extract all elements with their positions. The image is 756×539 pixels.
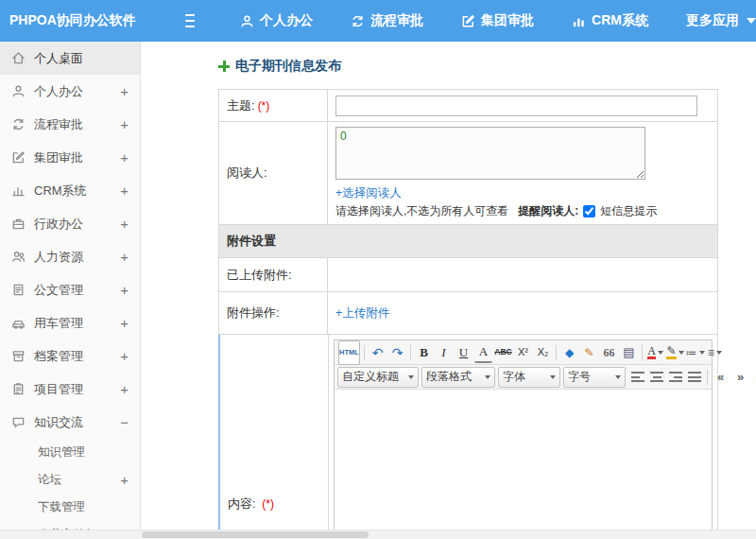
subscript-button[interactable]: X₂ bbox=[534, 343, 552, 362]
expand-indicator: + bbox=[120, 472, 129, 488]
align-left-button[interactable] bbox=[631, 372, 644, 382]
horizontal-scrollbar[interactable] bbox=[0, 530, 756, 539]
sidebar-item-archives[interactable]: 档案管理 + bbox=[0, 339, 140, 373]
custom-heading-select[interactable]: 自定义标题 bbox=[337, 367, 419, 388]
font-style-button[interactable]: A bbox=[474, 342, 492, 363]
sidebar-subitem-downloads[interactable]: 下载管理 bbox=[0, 494, 140, 521]
toolbar-separator bbox=[364, 345, 365, 360]
align-right-button[interactable] bbox=[669, 372, 682, 382]
paragraph-format-select[interactable]: 段落格式 bbox=[421, 367, 495, 388]
link-button[interactable]: ∞ bbox=[751, 368, 756, 387]
font-color-button[interactable]: A bbox=[646, 343, 664, 362]
attachment-ops-row: 附件操作: +上传附件 bbox=[219, 292, 717, 335]
sidebar-subitem-forum[interactable]: 论坛 + bbox=[0, 466, 140, 494]
indent-button[interactable]: » bbox=[731, 368, 749, 387]
select-label: 段落格式 bbox=[426, 369, 472, 385]
blockquote-button[interactable]: 66 bbox=[600, 343, 618, 362]
expand-indicator: + bbox=[120, 249, 129, 265]
nav-group-approval[interactable]: 集团审批 bbox=[461, 12, 534, 29]
nav-workflow-approval[interactable]: 流程审批 bbox=[351, 12, 423, 29]
required-mark: (*) bbox=[262, 497, 274, 511]
template-button[interactable]: ▤ bbox=[620, 343, 638, 362]
content-row: 内容: (*) HTML ↶ ↷ B I U A bbox=[218, 335, 717, 530]
select-readers-link[interactable]: +选择阅读人 bbox=[335, 185, 710, 201]
align-center-button[interactable] bbox=[650, 372, 663, 382]
chevron-down-icon bbox=[550, 375, 556, 379]
sms-remind-checkbox[interactable] bbox=[583, 205, 595, 217]
sidebar-item-documents[interactable]: 公文管理 + bbox=[0, 273, 140, 306]
sidebar-item-personal-office[interactable]: 个人办公 + bbox=[0, 75, 140, 108]
italic-button[interactable]: I bbox=[435, 343, 453, 362]
uploaded-attachments-row: 已上传附件: bbox=[219, 258, 717, 292]
horizontal-scrollbar-thumb[interactable] bbox=[142, 531, 369, 538]
clipboard-icon bbox=[11, 382, 26, 396]
font-family-select[interactable]: 字体 bbox=[498, 367, 560, 388]
sidebar-item-label: 项目管理 bbox=[34, 381, 120, 398]
app-logo[interactable]: PHPOA协同办公软件 bbox=[0, 12, 136, 29]
undo-button[interactable]: ↶ bbox=[369, 343, 387, 362]
bold-button[interactable]: B bbox=[415, 343, 433, 362]
sidebar-item-label: 个人办公 bbox=[34, 83, 120, 100]
strikethrough-button[interactable]: ABC bbox=[494, 343, 512, 362]
unordered-list-button[interactable]: ≡ bbox=[706, 343, 724, 362]
top-nav: 个人办公 流程审批 集团审批 CRM系统 更多应用 bbox=[240, 12, 756, 29]
unordered-list-icon: ≡ bbox=[708, 347, 714, 358]
expand-indicator: + bbox=[120, 83, 129, 99]
subject-input[interactable] bbox=[335, 96, 697, 116]
nav-personal-office[interactable]: 个人办公 bbox=[240, 12, 313, 29]
expand-indicator: + bbox=[120, 149, 129, 165]
sidebar-item-vehicle[interactable]: 用车管理 + bbox=[0, 306, 140, 339]
underline-button[interactable]: U bbox=[455, 343, 472, 362]
sidebar-subitem-knowledge-management[interactable]: 知识管理 bbox=[0, 439, 140, 466]
attachment-ops-label: 附件操作: bbox=[227, 304, 280, 322]
select-label: 字号 bbox=[568, 369, 591, 385]
source-code-button[interactable]: HTML bbox=[338, 340, 360, 365]
chevron-down-icon bbox=[747, 18, 756, 24]
expand-indicator: − bbox=[120, 414, 129, 430]
sidebar-item-projects[interactable]: 项目管理 + bbox=[0, 373, 140, 406]
top-navigation-bar: PHPOA协同办公软件 个人办公 流程审批 集团审批 CRM系统 更多应用 bbox=[0, 0, 756, 42]
select-label: 自定义标题 bbox=[342, 369, 399, 385]
sidebar-item-knowledge[interactable]: 知识交流 − bbox=[0, 406, 140, 439]
add-icon bbox=[218, 61, 230, 72]
align-justify-button[interactable] bbox=[688, 372, 701, 382]
nav-more-apps[interactable]: 更多应用 bbox=[686, 12, 756, 29]
background-color-button[interactable]: ✎ bbox=[666, 343, 684, 362]
sidebar-item-hr[interactable]: 人力资源 + bbox=[0, 240, 140, 273]
sidebar-item-crm[interactable]: CRM系统 + bbox=[0, 174, 140, 207]
sidebar-item-personal-desktop[interactable]: 个人桌面 bbox=[0, 42, 140, 75]
remove-format-button[interactable]: ◆ bbox=[560, 343, 578, 362]
user-icon bbox=[11, 84, 26, 98]
chat-bubble-icon bbox=[11, 415, 26, 429]
ordered-list-icon: ≔ bbox=[686, 347, 697, 358]
sidebar-subitem-label: 论坛 bbox=[38, 472, 120, 488]
readers-row: 阅读人: 0 +选择阅读人 请选择阅读人,不选为所有人可查看 提醒阅读人: 短信… bbox=[219, 122, 717, 225]
subject-label-cell: 主题: (*) bbox=[219, 90, 328, 121]
editor-toolbar-row1: HTML ↶ ↷ B I U A ABC X² X₂ ◆ bbox=[335, 340, 712, 365]
outdent-button[interactable]: « bbox=[712, 368, 730, 387]
users-icon bbox=[11, 250, 26, 264]
attachment-ops-label-cell: 附件操作: bbox=[219, 292, 328, 334]
toolbar-separator bbox=[556, 345, 557, 360]
sidebar-item-administration[interactable]: 行政办公 + bbox=[0, 207, 140, 240]
superscript-button[interactable]: X² bbox=[514, 343, 532, 362]
sidebar-item-label: CRM系统 bbox=[34, 183, 120, 200]
format-brush-button[interactable]: ✎ bbox=[580, 343, 598, 362]
redo-button[interactable]: ↷ bbox=[388, 343, 406, 362]
ordered-list-button[interactable]: ≔ bbox=[686, 343, 704, 362]
upload-attachment-link[interactable]: +上传附件 bbox=[335, 305, 389, 322]
sidebar-item-group-approval[interactable]: 集团审批 + bbox=[0, 141, 140, 174]
readers-textarea[interactable]: 0 bbox=[335, 127, 645, 180]
uploaded-label-cell: 已上传附件: bbox=[219, 258, 328, 291]
font-size-select[interactable]: 字号 bbox=[563, 367, 626, 388]
edit-icon bbox=[11, 150, 26, 165]
chevron-down-icon bbox=[679, 351, 684, 355]
sidebar-item-label: 用车管理 bbox=[34, 315, 120, 332]
uploaded-label: 已上传附件: bbox=[227, 267, 292, 284]
rich-text-editor: HTML ↶ ↷ B I U A ABC X² X₂ ◆ bbox=[334, 339, 713, 530]
sidebar-item-workflow-approval[interactable]: 流程审批 + bbox=[0, 108, 140, 141]
menu-toggle-icon[interactable] bbox=[185, 10, 195, 31]
nav-crm-system[interactable]: CRM系统 bbox=[572, 12, 648, 29]
editor-content-area[interactable] bbox=[335, 390, 712, 530]
edit-icon bbox=[461, 14, 475, 28]
